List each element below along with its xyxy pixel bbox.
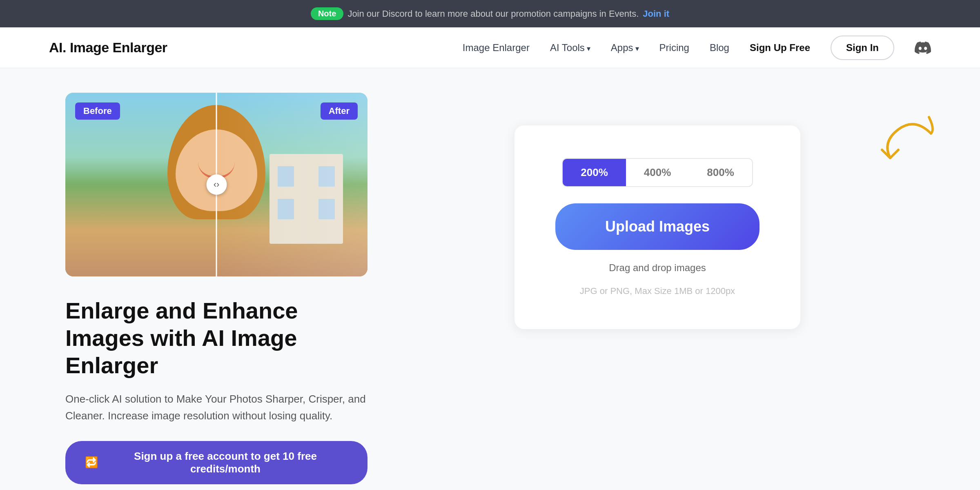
banner-message: Join our Discord to learn more about our… (347, 9, 639, 19)
scale-options: 200% 400% 800% (562, 158, 753, 187)
window2 (318, 166, 335, 187)
cta-label: Sign up a free account to get 10 free cr… (103, 450, 348, 475)
arrow-decoration (866, 109, 947, 174)
main-content: ‹› Before After Enlarge and Enhance Imag… (0, 68, 980, 490)
brand-logo[interactable]: AI. Image Enlarger (49, 40, 167, 56)
nav-image-enlarger[interactable]: Image Enlarger (463, 42, 530, 53)
top-banner: Note Join our Discord to learn more abou… (0, 0, 980, 27)
divider-handle[interactable]: ‹› (206, 174, 227, 195)
signin-button[interactable]: Sign In (831, 36, 894, 60)
window4 (318, 199, 335, 219)
right-section: 200% 400% 800% Upload Images Drag and dr… (400, 93, 915, 329)
after-badge: After (321, 102, 358, 120)
nav-blog[interactable]: Blog (710, 42, 729, 53)
before-badge: Before (75, 102, 120, 120)
left-section: ‹› Before After Enlarge and Enhance Imag… (65, 93, 368, 484)
cta-signup-button[interactable]: 🔁 Sign up a free account to get 10 free … (65, 441, 368, 484)
note-badge: Note (311, 7, 343, 20)
upload-card: 200% 400% 800% Upload Images Drag and dr… (514, 125, 800, 329)
upload-images-button[interactable]: Upload Images (555, 203, 760, 250)
divider-line: ‹› (216, 93, 217, 276)
scale-200-button[interactable]: 200% (563, 159, 626, 186)
nav-ai-tools[interactable]: AI Tools (550, 42, 590, 53)
drag-drop-text: Drag and drop images (609, 262, 706, 274)
before-after-container: ‹› Before After (65, 93, 368, 276)
signup-button[interactable]: Sign Up Free (750, 42, 810, 53)
nav-links: Image Enlarger AI Tools Apps Pricing Blo… (463, 36, 931, 60)
nav-pricing[interactable]: Pricing (659, 42, 689, 53)
hero-title: Enlarge and Enhance Images with AI Image… (65, 297, 368, 379)
scale-400-button[interactable]: 400% (626, 159, 689, 186)
navbar: AI. Image Enlarger Image Enlarger AI Too… (0, 27, 980, 68)
gift-icon: 🔁 (85, 456, 98, 469)
banner-link[interactable]: Join it (643, 9, 669, 19)
format-text: JPG or PNG, Max Size 1MB or 1200px (580, 286, 735, 296)
scale-800-button[interactable]: 800% (689, 159, 752, 186)
hero-subtitle: One-click AI solution to Make Your Photo… (65, 391, 368, 425)
discord-icon[interactable] (915, 40, 931, 56)
nav-apps[interactable]: Apps (611, 42, 639, 53)
